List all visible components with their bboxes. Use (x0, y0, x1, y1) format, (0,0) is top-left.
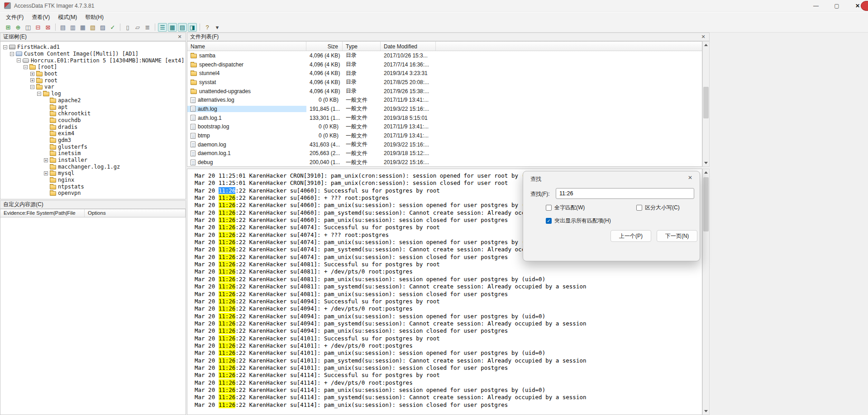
collapse-icon[interactable]: − (3, 45, 7, 49)
file-row[interactable]: bootstrap.log0 (0 KB)一般文件2017/11/9 13:41… (187, 123, 702, 132)
file-row[interactable]: btmp0 (0 KB)一般文件2017/11/9 13:41:... (187, 131, 702, 140)
tree-item[interactable]: −var (0, 84, 186, 90)
file-size: 0 (0 KB) (306, 132, 343, 139)
help-key-icon[interactable]: ? (203, 23, 212, 32)
custom-content-col-evidence[interactable]: Evidence:File System|Path|File (0, 209, 85, 217)
column-header-date-modified[interactable]: Date Modified (381, 42, 436, 51)
column-header-size[interactable]: Size (306, 42, 343, 51)
menu-view[interactable]: 查看(V) (28, 12, 54, 23)
find-next-button[interactable]: 下一页(N) (657, 230, 697, 242)
file-list-pane-header: 文件列表(F) ✕ (187, 33, 710, 41)
file-row[interactable]: auth.log.1133,301 (1...一般文件2019/3/18 5:1… (187, 113, 702, 123)
match-whole-word-label: 全字匹配(W) (554, 204, 585, 212)
file-row[interactable]: alternatives.log0 (0 KB)一般文件2017/11/9 13… (187, 95, 702, 104)
file-row[interactable]: stunnel44,096 (4 KB)目录2019/3/14 3:23:31 (187, 69, 702, 78)
collapse-icon[interactable]: − (17, 58, 21, 62)
add-evidence-item-icon[interactable]: ⊞ (4, 23, 13, 32)
expand-icon[interactable]: + (30, 72, 34, 76)
custom-content-sources-icon[interactable]: ▤ (178, 23, 187, 32)
expand-icon[interactable]: + (44, 171, 48, 175)
file-row[interactable]: speech-dispatcher4,096 (4 KB)目录2017/7/14… (187, 60, 702, 69)
file-row[interactable]: auth.log191,845 (1...一般文件2019/3/22 15:16… (187, 104, 702, 113)
tree-item[interactable]: −FirstHack.ad1 (0, 44, 186, 51)
scroll-down-icon[interactable] (703, 408, 709, 415)
toolbar-dropdown-icon[interactable]: ▾ (213, 23, 222, 32)
menu-help[interactable]: 帮助(H) (81, 12, 108, 23)
new-document-icon[interactable]: ▯ (123, 23, 132, 32)
file-row[interactable]: debug200,040 (1...一般文件2019/3/22 15:16:..… (187, 158, 702, 167)
tree-item[interactable]: −log (0, 90, 186, 97)
image-mounting-icon[interactable]: ◫ (24, 23, 33, 32)
tree-item[interactable]: couchdb (0, 117, 186, 124)
export-disk-image-icon[interactable]: ▥ (68, 23, 77, 32)
export-file-hash-list-icon[interactable]: ≣ (143, 23, 152, 32)
file-row[interactable]: daemon.log.1205,663 (2...一般文件2019/3/18 1… (187, 149, 702, 158)
collapse-icon[interactable]: − (10, 52, 14, 56)
tree-item[interactable]: apt (0, 104, 186, 110)
file-row[interactable]: samba4,096 (4 KB)目录2017/10/26 15:3... (187, 51, 702, 60)
tree-item[interactable]: gdm3 (0, 137, 186, 144)
column-header-type[interactable]: Type (343, 42, 381, 51)
custom-content-col-options[interactable]: Options (85, 209, 186, 217)
export-files-icon[interactable]: ▱ (133, 23, 142, 32)
scroll-down-icon[interactable] (703, 160, 709, 166)
tree-item[interactable]: ntpstats (0, 183, 186, 190)
tree-item[interactable]: −Custom Content Image([Multi]) [AD1] (0, 51, 186, 57)
find-input[interactable] (556, 188, 694, 199)
tree-item[interactable]: inetsim (0, 150, 186, 157)
file-row[interactable]: unattended-upgrades4,096 (4 KB)目录2017/9/… (187, 87, 702, 96)
tree-item[interactable]: +mysql (0, 170, 186, 177)
file-row[interactable]: daemon.log431,603 (4...一般文件2019/3/22 15:… (187, 140, 702, 149)
verify-drive-image-icon[interactable]: ✓ (108, 23, 117, 32)
file-type: 目录 (343, 70, 381, 77)
file-list-close-icon[interactable]: ✕ (700, 34, 706, 40)
match-case-checkbox[interactable] (636, 205, 642, 211)
add-all-attached-devices-icon[interactable]: ⊕ (14, 23, 23, 32)
find-previous-button[interactable]: 上一个(P) (610, 230, 651, 242)
evidence-tree-close-icon[interactable]: ✕ (176, 34, 183, 40)
scrollbar-thumb[interactable] (703, 87, 709, 118)
view-pane-toggle-icon[interactable]: ◨ (188, 23, 197, 32)
create-disk-image-icon[interactable]: ▤ (58, 23, 67, 32)
scroll-up-icon[interactable] (703, 169, 709, 176)
custom-content-pane-header: 自定义内容源(C) (0, 200, 186, 209)
log-viewer-scrollbar[interactable] (702, 169, 710, 415)
tree-item[interactable]: +boot (0, 71, 186, 77)
file-row[interactable]: sysstat4,096 (4 KB)目录2017/8/25 20:08:... (187, 78, 702, 87)
remove-all-evidence-items-icon[interactable]: ⊠ (43, 23, 52, 32)
collapse-icon[interactable]: − (30, 85, 34, 89)
expand-icon[interactable]: + (30, 78, 34, 82)
detect-efs-encryption-icon[interactable]: ▨ (98, 23, 107, 32)
maximize-button[interactable]: ▢ (826, 0, 847, 12)
menu-file[interactable]: 文件(F) (2, 12, 28, 23)
obtain-protected-files-icon[interactable]: ▧ (88, 23, 97, 32)
collapse-icon[interactable]: − (24, 65, 28, 69)
capture-memory-icon[interactable]: ▦ (78, 23, 87, 32)
tree-item[interactable]: openvpn (0, 190, 186, 197)
menu-mode[interactable]: 模式(M) (54, 12, 81, 23)
tree-item[interactable]: apache2 (0, 97, 186, 104)
properties-view-icon[interactable]: ☰ (158, 23, 167, 32)
tree-item[interactable]: exim4 (0, 130, 186, 137)
tree-item[interactable]: glusterfs (0, 143, 186, 150)
highlight-all-matches-checkbox[interactable] (546, 218, 552, 224)
tree-item[interactable]: chkrootkit (0, 110, 186, 117)
tree-item[interactable]: macchanger.log.1.gz (0, 163, 186, 170)
tree-item[interactable]: −[root] (0, 64, 186, 71)
expand-icon[interactable]: + (44, 158, 48, 162)
column-header-name[interactable]: Name (187, 42, 306, 51)
minimize-button[interactable]: — (806, 0, 826, 12)
collapse-icon[interactable]: − (37, 92, 41, 96)
tree-item[interactable]: −Horcrux.E01:Partition 5 [14304MB]:NONAM… (0, 57, 186, 64)
scrollbar-thumb[interactable] (703, 177, 709, 231)
remove-evidence-item-icon[interactable]: ⊟ (33, 23, 43, 32)
hex-value-interpreter-icon[interactable]: ▦ (168, 23, 177, 32)
tree-item[interactable]: +installer (0, 157, 186, 164)
tree-item[interactable]: +root (0, 77, 186, 84)
tree-item[interactable]: nginx (0, 177, 186, 184)
scroll-up-icon[interactable] (703, 42, 709, 48)
find-dialog-close-icon[interactable]: ✕ (687, 174, 694, 181)
tree-item[interactable]: dradis (0, 123, 186, 130)
match-whole-word-checkbox[interactable] (546, 205, 552, 211)
file-list-scrollbar[interactable] (702, 41, 710, 167)
